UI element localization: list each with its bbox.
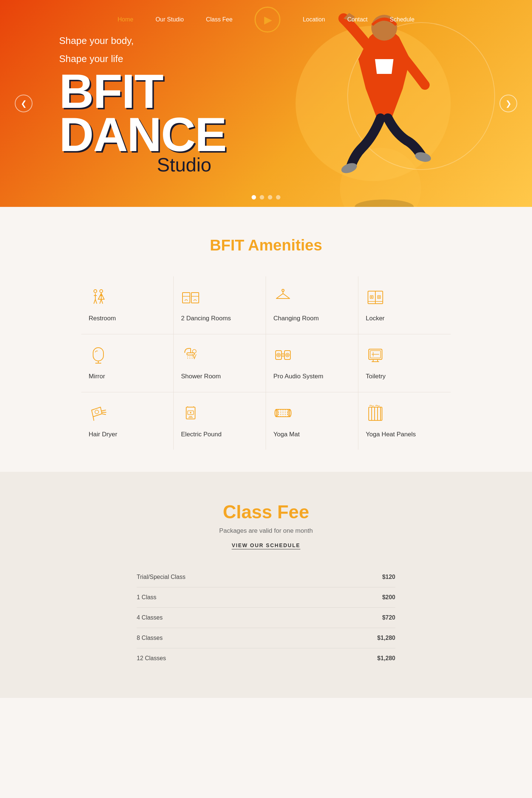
dancing-rooms-icon xyxy=(181,287,200,307)
fee-trial-price: $120 xyxy=(382,574,395,580)
svg-line-55 xyxy=(102,410,106,411)
hero-tagline-line2: Shape your life xyxy=(59,52,226,66)
amenity-yoga-heat-panels: Yoga Heat Panels xyxy=(358,392,451,450)
svg-point-39 xyxy=(277,353,280,357)
electric-pound-icon xyxy=(181,403,200,423)
nav-location[interactable]: Location xyxy=(303,16,325,23)
amenity-mirror: Mirror xyxy=(81,334,174,392)
svg-rect-74 xyxy=(369,407,382,420)
amenity-shower-room: Shower Room xyxy=(174,334,266,392)
hair-dryer-label: Hair Dryer xyxy=(89,430,117,439)
amenities-grid: Restroom 2 Dancing Rooms xyxy=(81,276,451,450)
fee-trial-name: Trial/Special Class xyxy=(137,574,185,580)
amenity-toiletry: Toiletry xyxy=(358,334,451,392)
svg-point-5 xyxy=(100,290,103,293)
fee-1class-price: $200 xyxy=(382,594,395,601)
amenities-title-accent: Amenities xyxy=(248,236,322,254)
svg-point-65 xyxy=(190,412,191,413)
svg-point-19 xyxy=(282,289,284,291)
yoga-heat-panels-icon xyxy=(366,403,385,423)
amenities-title-brand: BFIT xyxy=(210,236,244,254)
fee-12classes-price: $1,280 xyxy=(377,655,395,662)
fee-row-4classes: 4 Classes $720 xyxy=(137,608,395,628)
hero-dot-2[interactable] xyxy=(260,195,264,200)
fee-row-12classes: 12 Classes $1,280 xyxy=(137,648,395,668)
svg-point-43 xyxy=(287,354,288,356)
svg-point-4 xyxy=(94,290,97,293)
shower-room-icon xyxy=(181,345,200,365)
class-fee-content: Class Fee Packages are valid for one mon… xyxy=(137,501,395,668)
amenity-restroom: Restroom xyxy=(81,276,174,334)
nav-schedule[interactable]: Schedule xyxy=(390,16,415,23)
changing-room-icon xyxy=(273,287,293,307)
svg-point-26 xyxy=(378,296,380,298)
shower-room-label: Shower Room xyxy=(181,372,221,381)
svg-point-42 xyxy=(286,353,289,357)
amenity-hair-dryer: Hair Dryer xyxy=(81,392,174,450)
hero-dot-4[interactable] xyxy=(276,195,280,200)
fee-12classes-name: 12 Classes xyxy=(137,655,166,662)
locker-icon xyxy=(366,287,385,307)
hero-title-bfit: BFIT xyxy=(59,70,226,113)
fee-row-8classes: 8 Classes $1,280 xyxy=(137,628,395,648)
audio-system-icon xyxy=(273,345,293,365)
svg-point-54 xyxy=(95,410,99,414)
class-fee-section: Class Fee Packages are valid for one mon… xyxy=(0,472,532,698)
view-schedule-link[interactable]: VIEW OUR SCHEDULE xyxy=(232,542,300,549)
fee-row-1class: 1 Class $200 xyxy=(137,587,395,608)
hero-prev-button[interactable]: ❮ xyxy=(15,95,33,112)
svg-line-58 xyxy=(93,417,94,420)
nav-home[interactable]: Home xyxy=(117,16,133,23)
fee-row-trial: Trial/Special Class $120 xyxy=(137,567,395,587)
svg-line-57 xyxy=(102,414,106,415)
amenities-section: BFIT Amenities xyxy=(0,207,532,472)
toiletry-icon xyxy=(366,345,385,365)
restroom-icon xyxy=(89,287,108,307)
amenities-title: BFIT Amenities xyxy=(44,236,488,254)
fee-packages-table: Trial/Special Class $120 1 Class $200 4 … xyxy=(137,567,395,668)
amenity-locker: Locker xyxy=(358,276,451,334)
audio-system-label: Pro Audio System xyxy=(273,372,323,381)
svg-rect-15 xyxy=(183,293,190,303)
fee-8classes-price: $1,280 xyxy=(377,635,395,641)
svg-line-13 xyxy=(101,299,103,304)
svg-point-25 xyxy=(371,296,372,298)
yoga-mat-icon xyxy=(273,403,293,423)
svg-point-40 xyxy=(278,354,279,356)
nav-class-fee[interactable]: Class Fee xyxy=(206,16,232,23)
svg-line-10 xyxy=(94,299,95,304)
amenity-changing-room: Changing Room xyxy=(266,276,358,334)
electric-pound-label: Electric Pound xyxy=(181,430,222,439)
yoga-heat-panels-label: Yoga Heat Panels xyxy=(366,430,416,439)
fee-8classes-name: 8 Classes xyxy=(137,635,163,641)
dancing-rooms-label: 2 Dancing Rooms xyxy=(181,314,231,323)
hero-dot-3[interactable] xyxy=(268,195,272,200)
navigation: Home Our Studio Class Fee Location Conta… xyxy=(0,0,532,39)
hero-dot-1[interactable] xyxy=(252,195,256,200)
class-fee-title-accent: Fee xyxy=(277,502,309,522)
amenity-dancing-rooms: 2 Dancing Rooms xyxy=(174,276,266,334)
nav-our-studio[interactable]: Our Studio xyxy=(156,16,184,23)
amenity-audio-system: Pro Audio System xyxy=(266,334,358,392)
class-fee-subtitle: Packages are valid for one month xyxy=(137,527,395,535)
mirror-icon xyxy=(89,345,108,365)
locker-label: Locker xyxy=(366,314,385,323)
amenity-yoga-mat: Yoga Mat xyxy=(266,392,358,450)
svg-point-0 xyxy=(355,200,414,207)
class-fee-title-label: Class xyxy=(223,502,272,522)
svg-rect-28 xyxy=(93,348,103,361)
amenity-electric-pound: Electric Pound xyxy=(174,392,266,450)
toiletry-label: Toiletry xyxy=(366,372,386,381)
fee-4classes-price: $720 xyxy=(382,614,395,621)
svg-rect-16 xyxy=(191,293,199,303)
class-fee-title: Class Fee xyxy=(137,501,395,523)
hair-dryer-icon xyxy=(89,403,108,423)
brand-logo[interactable] xyxy=(255,7,280,33)
nav-contact[interactable]: Contact xyxy=(347,16,368,23)
hero-title-dance: DANCE xyxy=(59,113,226,156)
fee-4classes-name: 4 Classes xyxy=(137,614,163,621)
svg-point-37 xyxy=(192,349,196,353)
hero-content: Shape your body, Shape your life BFIT DA… xyxy=(0,34,226,174)
hero-next-button[interactable]: ❯ xyxy=(499,95,517,112)
mirror-label: Mirror xyxy=(89,372,105,381)
